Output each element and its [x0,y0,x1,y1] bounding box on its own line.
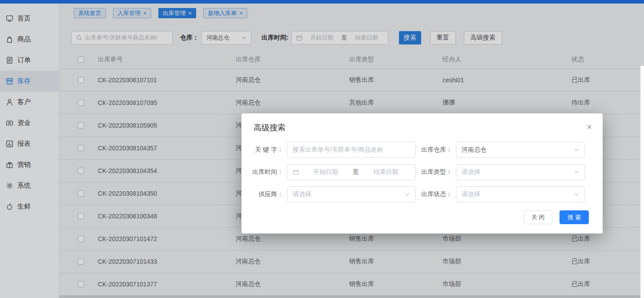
keyword-input[interactable]: 搜索出库单号/关联单号/商品名称 [287,142,416,158]
modal-date-start-placeholder: 开始日期 [302,168,350,176]
supplier-placeholder: 请选择 [293,190,311,198]
modal-status-select[interactable]: 请选择 [456,186,585,202]
chevron-down-icon [574,147,579,153]
modal-close-button[interactable]: 关 闭 [523,210,553,224]
keyword-label: 关 键 字： [242,146,287,154]
modal-status-label: 出库状态： [416,190,456,198]
modal-status-placeholder: 请选择 [462,190,480,198]
modal-warehouse-value: 河南总仓 [462,146,487,154]
supplier-label: 供应商： [242,190,287,198]
supplier-select[interactable]: 请选择 [287,186,416,202]
calendar-icon [293,169,299,175]
modal-time-label: 出库时间： [242,168,287,176]
advanced-search-modal: 高级搜索 × 关 键 字： 搜索出库单号/关联单号/商品名称 出库仓库： 河南总… [242,113,603,234]
close-icon[interactable]: × [587,122,592,131]
modal-title: 高级搜索 [254,122,286,133]
keyword-placeholder: 搜索出库单号/关联单号/商品名称 [293,146,383,154]
modal-warehouse-select[interactable]: 河南总仓 [456,142,585,158]
modal-type-select[interactable]: 请选择 [456,164,585,180]
chevron-down-icon [405,192,410,197]
chevron-down-icon [574,169,579,175]
modal-type-placeholder: 请选择 [462,168,480,176]
modal-warehouse-label: 出库仓库： [416,146,456,154]
chevron-down-icon [574,192,579,197]
modal-date-range-input[interactable]: 开始日期 至 结束日期 [287,164,416,180]
modal-search-button[interactable]: 搜 索 [559,210,589,224]
modal-date-end-placeholder: 结束日期 [362,168,410,176]
vertical-scrollbar[interactable] [640,66,644,298]
modal-date-separator: 至 [353,168,359,176]
modal-type-label: 出库类型： [416,168,456,176]
